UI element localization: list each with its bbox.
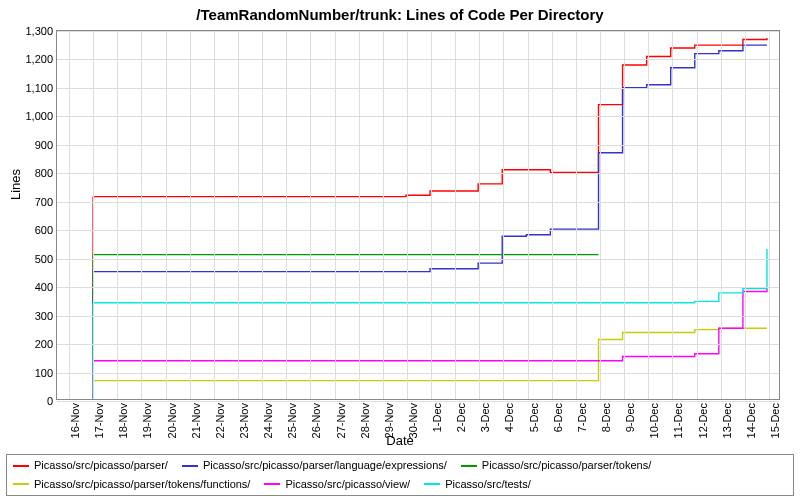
legend-swatch — [264, 483, 280, 485]
x-axis-label: Date — [386, 433, 413, 448]
y-tick-label: 1,100 — [25, 82, 53, 94]
y-tick-label: 300 — [35, 310, 53, 322]
x-tick-label: 9-Dec — [624, 403, 636, 432]
x-tick-label: 27-Nov — [335, 403, 347, 438]
legend-label: Picasso/src/picasso/parser/language/expr… — [203, 458, 447, 473]
y-tick-label: 200 — [35, 338, 53, 350]
y-tick-label: 900 — [35, 139, 53, 151]
x-gridline — [238, 31, 239, 399]
x-tick-label: 17-Nov — [93, 403, 105, 438]
x-tick-label: 18-Nov — [117, 403, 129, 438]
x-gridline — [503, 31, 504, 399]
legend-swatch — [424, 483, 440, 485]
legend-label: Picasso/src/tests/ — [445, 477, 531, 492]
x-tick-label: 12-Dec — [697, 403, 709, 438]
x-tick-label: 4-Dec — [503, 403, 515, 432]
x-gridline — [528, 31, 529, 399]
legend-item: Picasso/src/picasso/parser/tokens/ — [461, 458, 651, 473]
x-gridline — [141, 31, 142, 399]
legend-swatch — [13, 465, 29, 467]
x-tick-label: 19-Nov — [141, 403, 153, 438]
plot-area: 01002003004005006007008009001,0001,1001,… — [56, 30, 780, 400]
x-gridline — [214, 31, 215, 399]
x-tick-label: 8-Dec — [600, 403, 612, 432]
x-tick-label: 7-Dec — [576, 403, 588, 432]
y-tick-label: 800 — [35, 167, 53, 179]
x-gridline — [721, 31, 722, 399]
legend-item: Picasso/src/tests/ — [424, 477, 531, 492]
legend-swatch — [461, 465, 477, 467]
y-tick-label: 0 — [47, 395, 53, 407]
y-tick-label: 1,300 — [25, 25, 53, 37]
legend-swatch — [13, 483, 29, 485]
x-tick-label: 24-Nov — [262, 403, 274, 438]
x-tick-label: 28-Nov — [359, 403, 371, 438]
x-gridline — [383, 31, 384, 399]
x-gridline — [117, 31, 118, 399]
legend-item: Picasso/src/picasso/parser/tokens/functi… — [13, 477, 250, 492]
x-gridline — [359, 31, 360, 399]
legend-swatch — [182, 465, 198, 467]
x-gridline — [600, 31, 601, 399]
legend: Picasso/src/picasso/parser/Picasso/src/p… — [6, 454, 794, 496]
y-tick-label: 400 — [35, 281, 53, 293]
x-gridline — [335, 31, 336, 399]
x-gridline — [648, 31, 649, 399]
x-tick-label: 14-Dec — [745, 403, 757, 438]
x-gridline — [286, 31, 287, 399]
x-tick-label: 13-Dec — [721, 403, 733, 438]
y-gridline — [57, 401, 779, 402]
x-gridline — [576, 31, 577, 399]
x-tick-label: 11-Dec — [672, 403, 684, 438]
x-tick-label: 21-Nov — [190, 403, 202, 438]
legend-item: Picasso/src/picasso/parser/language/expr… — [182, 458, 447, 473]
x-gridline — [769, 31, 770, 399]
x-gridline — [672, 31, 673, 399]
x-gridline — [69, 31, 70, 399]
y-tick-label: 100 — [35, 367, 53, 379]
x-gridline — [166, 31, 167, 399]
legend-label: Picasso/src/picasso/view/ — [285, 477, 410, 492]
x-tick-label: 15-Dec — [769, 403, 781, 438]
x-gridline — [624, 31, 625, 399]
series-line — [93, 45, 767, 271]
x-gridline — [407, 31, 408, 399]
x-gridline — [455, 31, 456, 399]
x-gridline — [310, 31, 311, 399]
chart-title: /TeamRandomNumber/trunk: Lines of Code P… — [0, 0, 800, 23]
x-gridline — [262, 31, 263, 399]
x-tick-label: 10-Dec — [648, 403, 660, 438]
legend-label: Picasso/src/picasso/parser/tokens/functi… — [34, 477, 250, 492]
legend-label: Picasso/src/picasso/parser/tokens/ — [482, 458, 651, 473]
series-line — [93, 249, 767, 303]
y-tick-label: 600 — [35, 224, 53, 236]
x-tick-label: 16-Nov — [69, 403, 81, 438]
y-axis-label: Lines — [8, 169, 23, 200]
y-tick-label: 1,200 — [25, 53, 53, 65]
x-gridline — [745, 31, 746, 399]
x-tick-label: 22-Nov — [214, 403, 226, 438]
chart-container: /TeamRandomNumber/trunk: Lines of Code P… — [0, 0, 800, 500]
x-tick-label: 26-Nov — [310, 403, 322, 438]
legend-item: Picasso/src/picasso/view/ — [264, 477, 410, 492]
legend-label: Picasso/src/picasso/parser/ — [34, 458, 168, 473]
legend-item: Picasso/src/picasso/parser/ — [13, 458, 168, 473]
x-gridline — [479, 31, 480, 399]
x-gridline — [552, 31, 553, 399]
x-tick-label: 25-Nov — [286, 403, 298, 438]
x-gridline — [93, 31, 94, 399]
x-tick-label: 6-Dec — [552, 403, 564, 432]
series-line — [93, 289, 767, 361]
y-tick-label: 500 — [35, 253, 53, 265]
y-tick-label: 1,000 — [25, 110, 53, 122]
x-gridline — [431, 31, 432, 399]
x-gridline — [190, 31, 191, 399]
x-tick-label: 20-Nov — [166, 403, 178, 438]
y-tick-label: 700 — [35, 196, 53, 208]
x-tick-label: 23-Nov — [238, 403, 250, 438]
x-tick-label: 1-Dec — [431, 403, 443, 432]
x-tick-label: 5-Dec — [528, 403, 540, 432]
x-tick-label: 3-Dec — [479, 403, 491, 432]
x-gridline — [697, 31, 698, 399]
x-tick-label: 2-Dec — [455, 403, 467, 432]
